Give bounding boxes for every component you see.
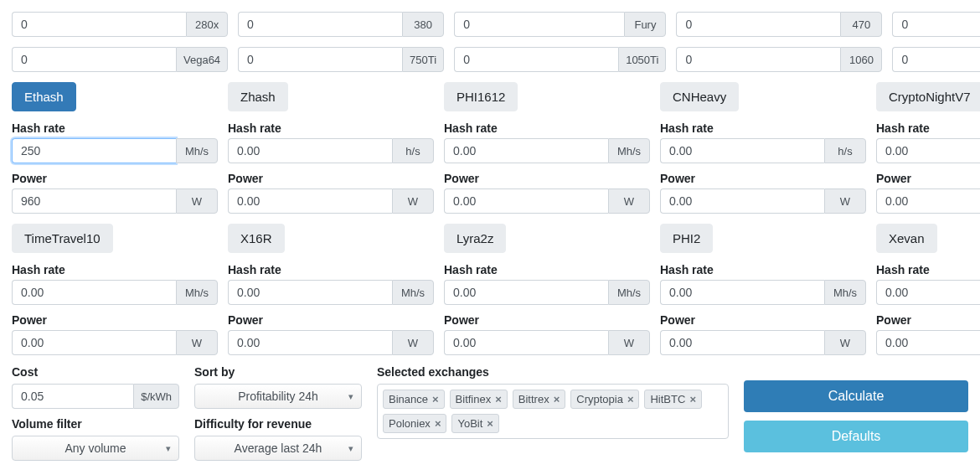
gpu-input-group: 01070 xyxy=(892,47,980,72)
gpu-count-input[interactable]: 0 xyxy=(12,12,186,37)
gpu-count-input[interactable]: 0 xyxy=(454,47,618,72)
exchange-tag-label: Binance xyxy=(389,393,428,405)
exchange-tag: Bittrex× xyxy=(513,390,565,409)
algo-button[interactable]: CryptoNightV7 xyxy=(876,82,980,111)
algo-cell: X16RHash rate0.00Mh/sPower0.00W xyxy=(228,224,434,355)
close-icon[interactable]: × xyxy=(432,393,439,405)
hashrate-input-group: 0.00Mh/s xyxy=(444,280,650,305)
hashrate-input[interactable]: 0.00 xyxy=(660,138,824,163)
power-input-group: 0.00W xyxy=(660,188,866,214)
hashrate-unit: Mh/s xyxy=(176,138,218,163)
bottom-controls: Cost $/kWh Volume filter Any volume Sort… xyxy=(12,365,968,461)
close-icon[interactable]: × xyxy=(487,417,493,430)
hashrate-input[interactable]: 0.00 xyxy=(876,280,980,305)
algo-button[interactable]: PHI1612 xyxy=(444,82,518,111)
algo-button[interactable]: Ethash xyxy=(12,82,76,111)
hashrate-input[interactable]: 0.00 xyxy=(660,280,824,305)
power-unit: W xyxy=(824,330,866,355)
hashrate-input[interactable]: 0.00 xyxy=(444,138,608,163)
power-input[interactable]: 0.00 xyxy=(228,330,392,355)
close-icon[interactable]: × xyxy=(495,393,502,405)
sortby-select[interactable]: Profitability 24h xyxy=(194,384,362,409)
gpu-count-input[interactable]: 0 xyxy=(676,47,840,72)
hashrate-input[interactable]: 250 xyxy=(12,138,176,163)
exchange-tag: Poloniex× xyxy=(383,414,446,433)
power-input[interactable]: 0.00 xyxy=(660,330,824,355)
gpu-count-input[interactable]: 0 xyxy=(238,47,402,72)
close-icon[interactable]: × xyxy=(689,393,696,405)
power-input[interactable]: 0.00 xyxy=(444,188,608,214)
gpu-model-label: 280x xyxy=(186,12,228,37)
power-input[interactable]: 0.00 xyxy=(444,330,608,355)
hashrate-unit: Mh/s xyxy=(824,280,866,305)
power-input[interactable]: 0.00 xyxy=(12,330,176,355)
power-input[interactable]: 0.00 xyxy=(660,188,824,214)
exchanges-label: Selected exchanges xyxy=(377,365,729,379)
algo-button[interactable]: CNHeavy xyxy=(660,82,739,111)
close-icon[interactable]: × xyxy=(435,417,441,430)
hashrate-input[interactable]: 0.00 xyxy=(444,280,608,305)
defaults-button[interactable]: Defaults xyxy=(744,421,968,452)
algo-button[interactable]: Xevan xyxy=(876,224,937,253)
algo-grid: EthashHash rate250Mh/sPower960WZhashHash… xyxy=(12,82,968,355)
hashrate-label: Hash rate xyxy=(660,263,866,276)
difficulty-select[interactable]: Average last 24h xyxy=(194,436,362,461)
hashrate-label: Hash rate xyxy=(444,263,650,276)
power-unit: W xyxy=(824,188,866,214)
gpu-count-input[interactable]: 0 xyxy=(676,12,840,37)
algo-button[interactable]: PHI2 xyxy=(660,224,713,253)
gpu-count-input[interactable]: 0 xyxy=(892,47,980,72)
gpu-input-group: 01060 xyxy=(676,47,882,72)
power-input[interactable]: 0.00 xyxy=(228,188,392,214)
gpu-count-input[interactable]: 0 xyxy=(892,12,980,37)
algo-cell: CNHeavyHash rate0.00h/sPower0.00W xyxy=(660,82,866,214)
power-unit: W xyxy=(608,330,650,355)
hashrate-input[interactable]: 0.00 xyxy=(228,138,392,163)
algo-button[interactable]: X16R xyxy=(228,224,285,253)
exchanges-box[interactable]: Binance×Bitfinex×Bittrex×Cryptopia×HitBT… xyxy=(377,384,729,439)
volume-filter-select[interactable]: Any volume xyxy=(12,436,179,461)
gpu-count-input[interactable]: 0 xyxy=(454,12,624,37)
hashrate-label: Hash rate xyxy=(876,263,980,276)
power-input[interactable]: 960 xyxy=(12,188,176,214)
close-icon[interactable]: × xyxy=(554,393,560,405)
power-input-group: 0.00W xyxy=(876,188,980,214)
power-label: Power xyxy=(660,172,866,185)
algo-cell: PHI2Hash rate0.00Mh/sPower0.00W xyxy=(660,224,866,355)
power-input[interactable]: 0.00 xyxy=(876,188,980,214)
power-label: Power xyxy=(444,172,650,185)
hashrate-input[interactable]: 0.00 xyxy=(876,138,980,163)
power-input-group: 0.00W xyxy=(444,330,650,355)
exchange-tag-label: Bittrex xyxy=(518,393,549,405)
power-input-group: 0.00W xyxy=(444,188,650,214)
gpu-input-group: 01050Ti xyxy=(454,47,666,72)
hashrate-input-group: 0.00Mh/s xyxy=(876,280,980,305)
gpu-count-input[interactable]: 0 xyxy=(12,47,176,72)
power-input-group: 0.00W xyxy=(228,330,434,355)
hashrate-input[interactable]: 0.00 xyxy=(228,280,392,305)
hashrate-unit: h/s xyxy=(824,138,866,163)
gpu-model-label: 470 xyxy=(840,12,882,37)
algo-button[interactable]: TimeTravel10 xyxy=(12,224,113,253)
difficulty-label: Difficulty for revenue xyxy=(194,417,362,431)
calculate-button[interactable]: Calculate xyxy=(744,380,968,412)
hashrate-label: Hash rate xyxy=(444,121,650,135)
gpu-model-label: 1060 xyxy=(840,47,882,72)
power-input-group: 0.00W xyxy=(876,330,980,355)
hashrate-label: Hash rate xyxy=(228,263,434,276)
cost-label: Cost xyxy=(12,365,179,379)
algo-button[interactable]: Zhash xyxy=(228,82,288,111)
algo-button[interactable]: Lyra2z xyxy=(444,224,506,253)
power-input[interactable]: 0.00 xyxy=(876,330,980,355)
cost-input[interactable] xyxy=(12,384,133,409)
gpu-model-label: 750Ti xyxy=(402,47,444,72)
hashrate-input-group: 0.00Mh/s xyxy=(228,280,434,305)
hashrate-input[interactable]: 0.00 xyxy=(12,280,176,305)
gpu-count-input[interactable]: 0 xyxy=(238,12,402,37)
exchange-tag-label: Poloniex xyxy=(389,417,431,430)
close-icon[interactable]: × xyxy=(627,393,634,405)
power-input-group: 0.00W xyxy=(228,188,434,214)
power-unit: W xyxy=(392,188,434,214)
algo-cell: CryptoNightV7Hash rate0.00h/sPower0.00W xyxy=(876,82,980,214)
hashrate-label: Hash rate xyxy=(876,121,980,135)
